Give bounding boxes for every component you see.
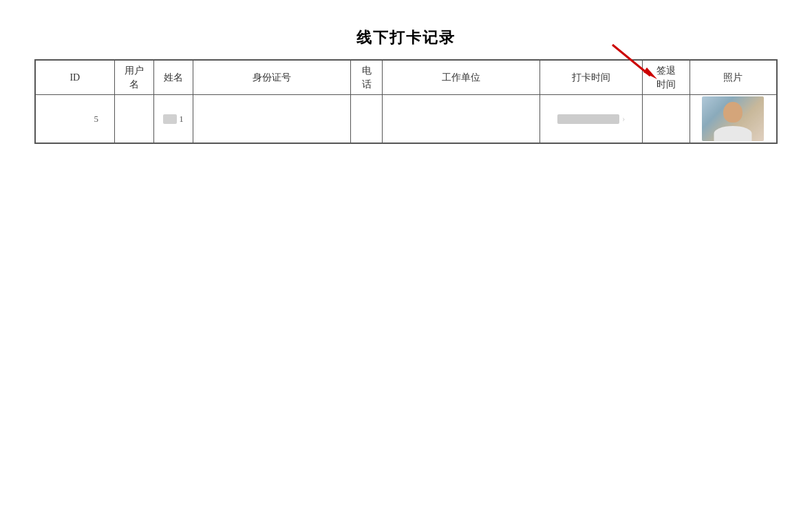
page-title: 线下打卡记录 xyxy=(356,28,456,48)
table-row: 5 1 xyxy=(36,95,777,143)
records-table: ID 用户名 姓名 身份证号 电话 工作单位 打卡时间 签退时间 照片 xyxy=(35,60,777,143)
cell-work xyxy=(383,95,540,143)
username-blurred xyxy=(133,114,136,124)
table-wrapper: ID 用户名 姓名 身份证号 电话 工作单位 打卡时间 签退时间 照片 xyxy=(34,59,778,144)
page-container: 线下打卡记录 ID 用户名 姓名 身份证号 电话 工作单位 打卡时间 签退时间 … xyxy=(0,0,812,515)
table-header-row: ID 用户名 姓名 身份证号 电话 工作单位 打卡时间 签退时间 照片 xyxy=(36,61,777,95)
svg-marker-1 xyxy=(643,67,657,79)
clock-arrow-icon: › xyxy=(622,114,625,124)
col-header-photo: 照片 xyxy=(690,61,776,95)
cell-photo xyxy=(690,95,776,143)
clocktime-blurred xyxy=(557,114,619,124)
cell-clocktime: › xyxy=(540,95,643,143)
photo-image xyxy=(702,96,764,141)
cell-username xyxy=(114,95,153,143)
cell-phone xyxy=(351,95,383,143)
arrow-annotation xyxy=(606,41,661,85)
idcard-blurred xyxy=(270,114,273,124)
col-header-username: 用户名 xyxy=(114,61,153,95)
col-header-phone: 电话 xyxy=(351,61,383,95)
col-header-work: 工作单位 xyxy=(383,61,540,95)
name-blurred-avatar xyxy=(163,114,177,124)
col-header-name: 姓名 xyxy=(153,61,193,95)
id-blurred xyxy=(52,114,93,124)
col-header-idcard: 身份证号 xyxy=(193,61,351,95)
cell-id: 5 xyxy=(36,95,115,143)
cell-signout xyxy=(643,95,690,143)
col-header-id: ID xyxy=(36,61,115,95)
cell-idcard xyxy=(193,95,351,143)
cell-name: 1 xyxy=(153,95,193,143)
